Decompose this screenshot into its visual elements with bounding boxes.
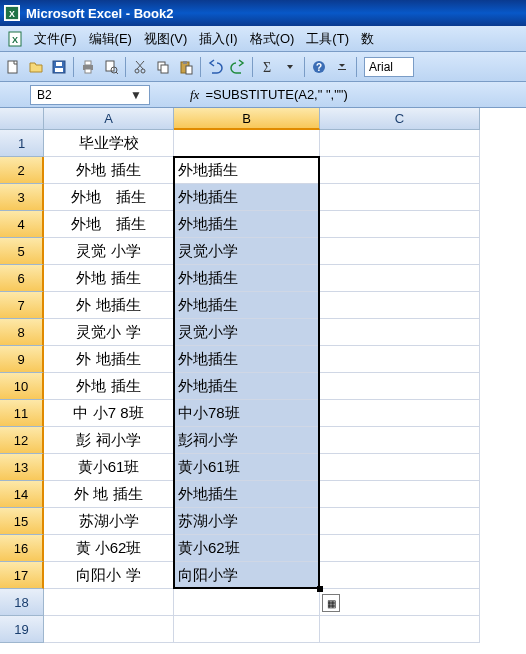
cell[interactable]: 外地插生 <box>174 157 320 184</box>
cell[interactable] <box>320 562 480 589</box>
row-header[interactable]: 16 <box>0 535 44 562</box>
cell[interactable] <box>320 157 480 184</box>
font-name-combo[interactable]: Arial <box>364 57 414 77</box>
cell[interactable]: 灵觉小 学 <box>44 319 174 346</box>
name-box[interactable]: B2 ▼ <box>30 85 150 105</box>
fx-icon[interactable]: fx <box>190 87 199 103</box>
cell[interactable]: 黄小61班 <box>44 454 174 481</box>
cell[interactable]: 向阳小 学 <box>44 562 174 589</box>
cut-button[interactable] <box>129 56 151 78</box>
cell[interactable] <box>174 589 320 616</box>
row-header[interactable]: 17 <box>0 562 44 589</box>
new-file-button[interactable] <box>2 56 24 78</box>
print-button[interactable] <box>77 56 99 78</box>
cell[interactable] <box>320 508 480 535</box>
undo-button[interactable] <box>204 56 226 78</box>
row-header[interactable]: 10 <box>0 373 44 400</box>
cell[interactable]: 黄 小62班 <box>44 535 174 562</box>
cell[interactable]: 苏湖小学 <box>174 508 320 535</box>
autosum-dropdown[interactable] <box>279 56 301 78</box>
cell[interactable]: 灵觉小学 <box>174 319 320 346</box>
cell[interactable] <box>320 292 480 319</box>
cell[interactable]: 外地插生 <box>174 373 320 400</box>
cell[interactable] <box>320 589 480 616</box>
autofill-options-button[interactable]: ▦ <box>322 594 340 612</box>
copy-button[interactable] <box>152 56 174 78</box>
cell[interactable]: 彭 祠小学 <box>44 427 174 454</box>
cell[interactable]: 外地插生 <box>174 481 320 508</box>
help-button[interactable]: ? <box>308 56 330 78</box>
row-header[interactable]: 1 <box>0 130 44 157</box>
column-header-C[interactable]: C <box>320 108 480 130</box>
toolbar-options-dropdown[interactable] <box>331 56 353 78</box>
cell[interactable]: 灵觉 小学 <box>44 238 174 265</box>
cell[interactable]: 向阳小学 <box>174 562 320 589</box>
cell[interactable]: 外 地插生 <box>44 292 174 319</box>
redo-button[interactable] <box>227 56 249 78</box>
cell[interactable]: 外地 插生 <box>44 157 174 184</box>
cell[interactable]: 中 小7 8班 <box>44 400 174 427</box>
cell[interactable]: 中小78班 <box>174 400 320 427</box>
cell[interactable] <box>174 616 320 643</box>
row-header[interactable]: 8 <box>0 319 44 346</box>
column-header-A[interactable]: A <box>44 108 174 130</box>
cell[interactable] <box>44 616 174 643</box>
row-header[interactable]: 15 <box>0 508 44 535</box>
chevron-down-icon[interactable]: ▼ <box>129 88 143 102</box>
cell[interactable] <box>320 265 480 292</box>
menu-tools[interactable]: 工具(T) <box>300 28 355 50</box>
menu-data[interactable]: 数 <box>355 28 380 50</box>
cell[interactable] <box>174 130 320 157</box>
formula-bar[interactable]: =SUBSTITUTE(A2," ","") <box>205 87 347 102</box>
row-header[interactable]: 2 <box>0 157 44 184</box>
cell[interactable] <box>320 130 480 157</box>
row-header[interactable]: 5 <box>0 238 44 265</box>
cell[interactable] <box>320 481 480 508</box>
cell[interactable]: 灵觉小学 <box>174 238 320 265</box>
cell[interactable] <box>320 427 480 454</box>
cell[interactable]: 外地 插生 <box>44 211 174 238</box>
cell[interactable]: 黄小62班 <box>174 535 320 562</box>
row-header[interactable]: 13 <box>0 454 44 481</box>
row-header[interactable]: 4 <box>0 211 44 238</box>
cell[interactable]: 外地插生 <box>174 265 320 292</box>
cell[interactable]: 外地插生 <box>174 292 320 319</box>
cell[interactable] <box>320 184 480 211</box>
cell[interactable]: 外地 插生 <box>44 265 174 292</box>
cell[interactable]: 外地 插生 <box>44 373 174 400</box>
row-header[interactable]: 12 <box>0 427 44 454</box>
cell[interactable] <box>320 373 480 400</box>
cell[interactable]: 外地 插生 <box>44 184 174 211</box>
cell[interactable] <box>320 319 480 346</box>
row-header[interactable]: 3 <box>0 184 44 211</box>
menu-insert[interactable]: 插入(I) <box>193 28 243 50</box>
open-file-button[interactable] <box>25 56 47 78</box>
row-header[interactable]: 19 <box>0 616 44 643</box>
menu-view[interactable]: 视图(V) <box>138 28 193 50</box>
cell[interactable]: 外地插生 <box>174 211 320 238</box>
row-header[interactable]: 9 <box>0 346 44 373</box>
menu-edit[interactable]: 编辑(E) <box>83 28 138 50</box>
cell[interactable]: 黄小61班 <box>174 454 320 481</box>
cell[interactable]: 毕业学校 <box>44 130 174 157</box>
cell[interactable]: 外 地 插生 <box>44 481 174 508</box>
autosum-button[interactable]: Σ <box>256 56 278 78</box>
cell[interactable]: 外地插生 <box>174 346 320 373</box>
cell[interactable] <box>320 535 480 562</box>
cell[interactable] <box>320 400 480 427</box>
menu-format[interactable]: 格式(O) <box>244 28 301 50</box>
row-header[interactable]: 7 <box>0 292 44 319</box>
cell[interactable] <box>320 238 480 265</box>
print-preview-button[interactable] <box>100 56 122 78</box>
row-header[interactable]: 18 <box>0 589 44 616</box>
cell[interactable]: 外 地插生 <box>44 346 174 373</box>
menu-file[interactable]: 文件(F) <box>28 28 83 50</box>
cell[interactable]: 外地插生 <box>174 184 320 211</box>
paste-button[interactable] <box>175 56 197 78</box>
save-button[interactable] <box>48 56 70 78</box>
cell[interactable]: 苏湖小学 <box>44 508 174 535</box>
row-header[interactable]: 14 <box>0 481 44 508</box>
cell[interactable] <box>320 454 480 481</box>
cell[interactable] <box>320 211 480 238</box>
spreadsheet-grid[interactable]: A B C 1毕业学校2外地 插生外地插生3外地 插生外地插生4外地 插生外地插… <box>0 108 526 643</box>
